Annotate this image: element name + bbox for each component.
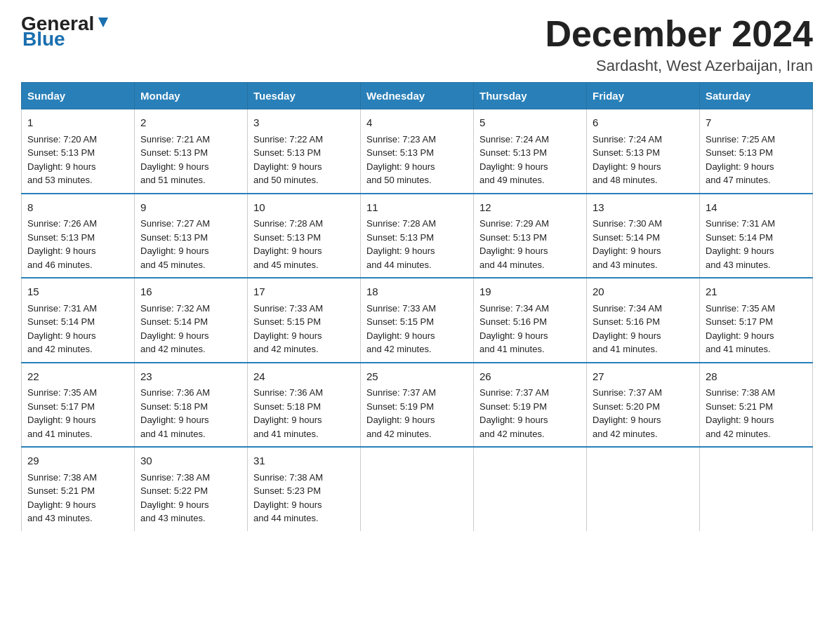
day-cell (361, 448, 474, 531)
table-row: 29 Sunrise: 7:38 AM Sunset: 5:21 PM Dayl… (22, 448, 813, 531)
day-daylight-min: and 42 minutes. (253, 344, 319, 354)
day-number: 10 (253, 200, 355, 216)
day-sunrise: Sunrise: 7:23 AM (366, 134, 436, 145)
day-daylight-min: and 42 minutes. (593, 429, 658, 439)
day-sunrise: Sunrise: 7:38 AM (27, 472, 97, 483)
day-cell: 14 Sunrise: 7:31 AM Sunset: 5:14 PM Dayl… (700, 194, 813, 279)
day-daylight-min: and 43 minutes. (593, 260, 658, 270)
svg-marker-0 (98, 18, 108, 27)
day-sunrise: Sunrise: 7:31 AM (706, 218, 775, 229)
day-sunset: Sunset: 5:15 PM (366, 316, 434, 327)
day-daylight-min: and 42 minutes. (366, 344, 432, 354)
day-cell: 9 Sunrise: 7:27 AM Sunset: 5:13 PM Dayli… (135, 194, 248, 279)
day-sunset: Sunset: 5:14 PM (593, 232, 660, 243)
day-number: 9 (140, 200, 241, 216)
day-sunset: Sunset: 5:23 PM (253, 485, 321, 496)
day-number: 26 (479, 369, 581, 385)
day-daylight-min: and 44 minutes. (479, 260, 545, 270)
day-number: 11 (366, 200, 468, 216)
day-sunset: Sunset: 5:13 PM (706, 147, 773, 158)
day-cell: 7 Sunrise: 7:25 AM Sunset: 5:13 PM Dayli… (700, 109, 813, 194)
col-monday: Monday (135, 83, 248, 109)
day-cell: 16 Sunrise: 7:32 AM Sunset: 5:14 PM Dayl… (135, 279, 248, 363)
day-sunrise: Sunrise: 7:30 AM (593, 218, 662, 229)
day-sunrise: Sunrise: 7:33 AM (366, 303, 436, 314)
title-block: December 2024 Sardasht, West Azerbaijan,… (545, 14, 813, 75)
day-daylight-min: and 45 minutes. (140, 260, 206, 270)
day-cell: 15 Sunrise: 7:31 AM Sunset: 5:14 PM Dayl… (22, 279, 135, 363)
day-daylight-min: and 50 minutes. (366, 175, 432, 185)
day-daylight: Daylight: 9 hours (140, 330, 209, 341)
day-daylight-min: and 43 minutes. (140, 513, 206, 523)
day-number: 31 (253, 453, 355, 469)
day-daylight-min: and 43 minutes. (706, 260, 771, 270)
col-sunday: Sunday (22, 83, 135, 109)
day-cell: 4 Sunrise: 7:23 AM Sunset: 5:13 PM Dayli… (361, 109, 474, 194)
col-saturday: Saturday (700, 83, 813, 109)
day-daylight: Daylight: 9 hours (27, 161, 96, 172)
day-sunrise: Sunrise: 7:26 AM (27, 218, 97, 229)
page-header: General Blue December 2024 Sardasht, Wes… (21, 14, 813, 75)
day-sunset: Sunset: 5:18 PM (253, 401, 321, 412)
day-number: 22 (27, 369, 128, 385)
calendar-table: Sunday Monday Tuesday Wednesday Thursday… (21, 82, 813, 531)
day-number: 6 (593, 115, 694, 131)
calendar-header-row: Sunday Monday Tuesday Wednesday Thursday… (22, 83, 813, 109)
day-number: 16 (140, 284, 241, 300)
day-cell: 29 Sunrise: 7:38 AM Sunset: 5:21 PM Dayl… (22, 448, 135, 531)
day-sunrise: Sunrise: 7:22 AM (253, 134, 323, 145)
day-daylight: Daylight: 9 hours (140, 246, 209, 256)
day-sunrise: Sunrise: 7:38 AM (140, 472, 210, 483)
day-number: 27 (593, 369, 694, 385)
day-cell: 17 Sunrise: 7:33 AM Sunset: 5:15 PM Dayl… (248, 279, 361, 363)
day-number: 12 (479, 200, 581, 216)
day-sunrise: Sunrise: 7:21 AM (140, 134, 210, 145)
day-sunset: Sunset: 5:17 PM (27, 401, 95, 412)
day-daylight-min: and 53 minutes. (27, 175, 93, 185)
day-daylight-min: and 42 minutes. (366, 429, 432, 439)
day-number: 20 (593, 284, 694, 300)
day-daylight: Daylight: 9 hours (593, 415, 661, 425)
day-sunset: Sunset: 5:13 PM (593, 147, 660, 158)
day-cell: 18 Sunrise: 7:33 AM Sunset: 5:15 PM Dayl… (361, 279, 474, 363)
day-number: 13 (593, 200, 694, 216)
day-daylight-min: and 41 minutes. (706, 344, 771, 354)
col-tuesday: Tuesday (248, 83, 361, 109)
day-sunset: Sunset: 5:21 PM (706, 401, 773, 412)
day-number: 7 (706, 115, 807, 131)
day-cell: 31 Sunrise: 7:38 AM Sunset: 5:23 PM Dayl… (248, 448, 361, 531)
day-daylight: Daylight: 9 hours (366, 161, 435, 172)
day-daylight-min: and 42 minutes. (27, 344, 93, 354)
day-sunrise: Sunrise: 7:36 AM (140, 387, 210, 398)
day-cell: 6 Sunrise: 7:24 AM Sunset: 5:13 PM Dayli… (587, 109, 700, 194)
day-daylight: Daylight: 9 hours (140, 161, 209, 172)
day-sunrise: Sunrise: 7:37 AM (366, 387, 436, 398)
day-sunset: Sunset: 5:13 PM (27, 147, 95, 158)
day-daylight: Daylight: 9 hours (253, 330, 322, 341)
day-sunrise: Sunrise: 7:37 AM (479, 387, 549, 398)
day-sunset: Sunset: 5:20 PM (593, 401, 660, 412)
day-daylight: Daylight: 9 hours (366, 246, 435, 256)
day-daylight: Daylight: 9 hours (140, 499, 209, 510)
table-row: 1 Sunrise: 7:20 AM Sunset: 5:13 PM Dayli… (22, 109, 813, 194)
day-number: 19 (479, 284, 581, 300)
day-number: 25 (366, 369, 468, 385)
day-daylight-min: and 41 minutes. (27, 429, 93, 439)
day-daylight-min: and 43 minutes. (27, 513, 93, 523)
logo: General Blue (21, 14, 111, 49)
day-daylight-min: and 49 minutes. (479, 175, 545, 185)
day-daylight: Daylight: 9 hours (479, 161, 548, 172)
day-daylight-min: and 42 minutes. (706, 429, 771, 439)
day-sunrise: Sunrise: 7:29 AM (479, 218, 549, 229)
day-number: 23 (140, 369, 241, 385)
day-daylight-min: and 41 minutes. (479, 344, 545, 354)
day-sunrise: Sunrise: 7:36 AM (253, 387, 323, 398)
day-cell: 30 Sunrise: 7:38 AM Sunset: 5:22 PM Dayl… (135, 448, 248, 531)
day-daylight: Daylight: 9 hours (706, 246, 774, 256)
day-daylight-min: and 44 minutes. (253, 513, 319, 523)
day-cell: 22 Sunrise: 7:35 AM Sunset: 5:17 PM Dayl… (22, 363, 135, 448)
col-wednesday: Wednesday (361, 83, 474, 109)
day-daylight: Daylight: 9 hours (27, 246, 96, 256)
day-daylight: Daylight: 9 hours (253, 499, 322, 510)
day-number: 14 (706, 200, 807, 216)
